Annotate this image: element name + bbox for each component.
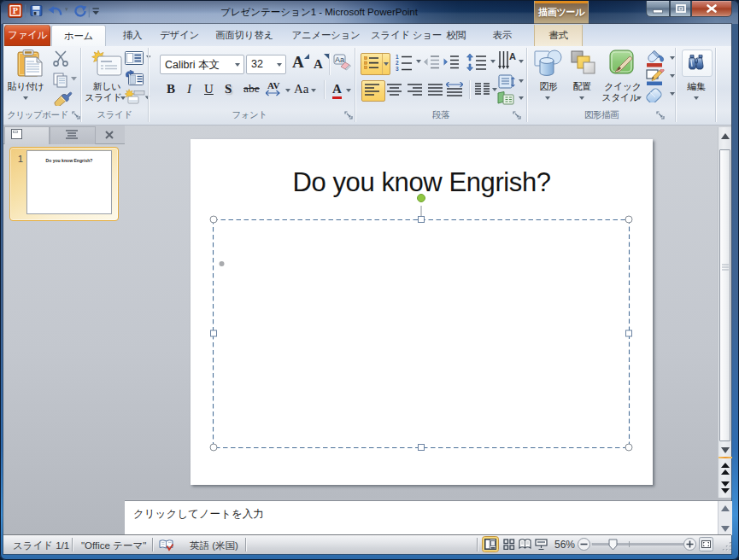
svg-text:3: 3 — [396, 66, 399, 72]
svg-text:P: P — [13, 6, 18, 15]
svg-text:1: 1 — [396, 54, 399, 60]
svg-text:Aа: Aа — [335, 55, 344, 64]
svg-text:A: A — [509, 51, 516, 61]
svg-text:2: 2 — [396, 60, 399, 66]
